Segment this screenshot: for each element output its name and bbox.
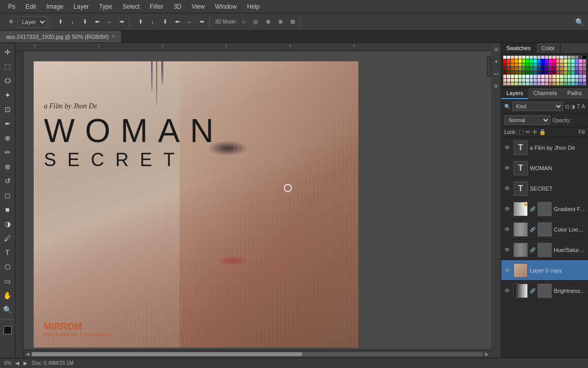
swatch-color[interactable] [503, 67, 506, 70]
layer-visibility-icon[interactable]: 👁 [503, 205, 511, 213]
swatch-color[interactable] [556, 71, 559, 74]
swatch-color[interactable] [514, 79, 518, 82]
3d-btn1[interactable]: ○ [238, 16, 249, 28]
layer-link-icon[interactable]: 🔗 [530, 288, 535, 293]
swatch-color[interactable] [552, 79, 555, 82]
swatch-color[interactable] [519, 56, 522, 59]
swatch-color[interactable] [545, 59, 548, 62]
document-tab[interactable]: ass-2417333_1920.jpg @ 50% (RGB/8#) × [0, 31, 121, 42]
dist-right-btn[interactable]: ➡ [196, 16, 207, 28]
swatch-color[interactable] [533, 59, 536, 62]
swatch-color[interactable] [537, 63, 541, 66]
swatch-color[interactable] [560, 79, 563, 82]
swatch-color[interactable] [514, 75, 518, 78]
swatch-color[interactable] [571, 79, 574, 82]
magic-wand-tool[interactable]: ✦ [2, 89, 14, 101]
swatch-color[interactable] [526, 82, 529, 85]
swatch-color[interactable] [568, 63, 571, 66]
swatch-color[interactable] [552, 67, 555, 70]
swatch-color[interactable] [533, 79, 536, 82]
swatch-color[interactable] [575, 56, 578, 59]
swatch-color[interactable] [579, 82, 582, 85]
swatch-color[interactable] [511, 75, 514, 78]
swatch-color[interactable] [533, 63, 536, 66]
shape-tool[interactable]: ▭ [2, 275, 14, 287]
paths-tab[interactable]: Paths [562, 88, 587, 99]
swatch-color[interactable] [560, 71, 563, 74]
swatch-color[interactable] [583, 59, 586, 62]
swatch-color[interactable] [522, 71, 525, 74]
layer-visibility-icon[interactable]: 👁 [503, 185, 511, 193]
swatch-color[interactable] [568, 56, 571, 59]
swatch-color[interactable] [583, 71, 586, 74]
zoom-tool[interactable]: 🔍 [2, 304, 14, 316]
layer-visibility-icon[interactable]: 👁 [503, 266, 511, 274]
menu-3d[interactable]: 3D [169, 2, 185, 11]
swatch-color[interactable] [583, 75, 586, 78]
channels-tab[interactable]: Channels [528, 88, 562, 99]
horizontal-scrollbar[interactable]: ◀ ▶ [23, 350, 491, 358]
swatch-color[interactable] [564, 59, 567, 62]
layer-visibility-icon[interactable]: 👁 [503, 246, 511, 254]
swatch-color[interactable] [526, 67, 529, 70]
swatch-color[interactable] [541, 59, 544, 62]
swatch-color[interactable] [556, 56, 559, 59]
swatch-color[interactable] [552, 56, 555, 59]
swatch-color[interactable] [571, 63, 574, 66]
swatch-color[interactable] [526, 71, 529, 74]
swatch-color[interactable] [514, 71, 518, 74]
swatch-color[interactable] [507, 71, 510, 74]
sample-icon[interactable]: ✦ [492, 57, 500, 65]
filter-pixel-icon[interactable]: ⊡ [565, 104, 569, 109]
swatch-color[interactable] [503, 59, 506, 62]
swatch-color[interactable] [579, 75, 582, 78]
swatch-color[interactable] [575, 63, 578, 66]
swatch-color[interactable] [579, 59, 582, 62]
swatch-color[interactable] [530, 59, 533, 62]
swatch-color[interactable] [522, 67, 525, 70]
swatch-color[interactable] [545, 56, 548, 59]
3d-btn4[interactable]: ⊗ [275, 16, 286, 28]
swatch-color[interactable] [503, 82, 506, 85]
swatch-color[interactable] [564, 71, 567, 74]
swatch-color[interactable] [556, 82, 559, 85]
tool-preset-icon[interactable]: ⊞ [492, 45, 500, 53]
swatch-color[interactable] [571, 67, 574, 70]
swatch-color[interactable] [579, 67, 582, 70]
swatch-color[interactable] [556, 79, 559, 82]
layer-link-icon[interactable]: 🔗 [530, 247, 535, 252]
swatch-color[interactable] [568, 79, 571, 82]
swatch-color[interactable] [507, 56, 510, 59]
swatch-color[interactable] [556, 75, 559, 78]
settings-icon[interactable]: ⚙ [492, 82, 500, 90]
swatch-color[interactable] [579, 79, 582, 82]
swatch-color[interactable] [552, 63, 555, 66]
layers-tab[interactable]: Layers [501, 88, 528, 99]
eyedropper-tool[interactable]: ✒ [2, 118, 14, 130]
swatch-color[interactable] [545, 79, 548, 82]
swatch-color[interactable] [533, 67, 536, 70]
swatch-color[interactable] [537, 67, 541, 70]
swatch-color[interactable] [526, 59, 529, 62]
measurement-icon[interactable]: ⊷ [492, 70, 500, 78]
lock-pixels-icon[interactable]: ✏ [526, 129, 530, 135]
swatch-color[interactable] [549, 67, 552, 70]
menu-edit[interactable]: Edit [21, 2, 40, 11]
filter-shape-icon[interactable]: A [581, 104, 585, 109]
swatch-color[interactable] [537, 82, 541, 85]
swatch-color[interactable] [571, 56, 574, 59]
swatch-color[interactable] [564, 63, 567, 66]
swatch-color[interactable] [552, 71, 555, 74]
layer-item[interactable]: 👁🔗Hue/Saturatio [501, 240, 588, 260]
swatch-color[interactable] [514, 59, 518, 62]
swatch-color[interactable] [545, 75, 548, 78]
swatch-color[interactable] [564, 67, 567, 70]
swatch-color[interactable] [571, 59, 574, 62]
menu-filter[interactable]: Filter [145, 2, 167, 11]
swatch-color[interactable] [552, 75, 555, 78]
panel-collapse-handle[interactable]: ‹ [487, 56, 491, 77]
swatch-color[interactable] [545, 71, 548, 74]
swatch-color[interactable] [560, 63, 563, 66]
swatch-color[interactable] [519, 75, 522, 78]
swatch-color[interactable] [571, 71, 574, 74]
